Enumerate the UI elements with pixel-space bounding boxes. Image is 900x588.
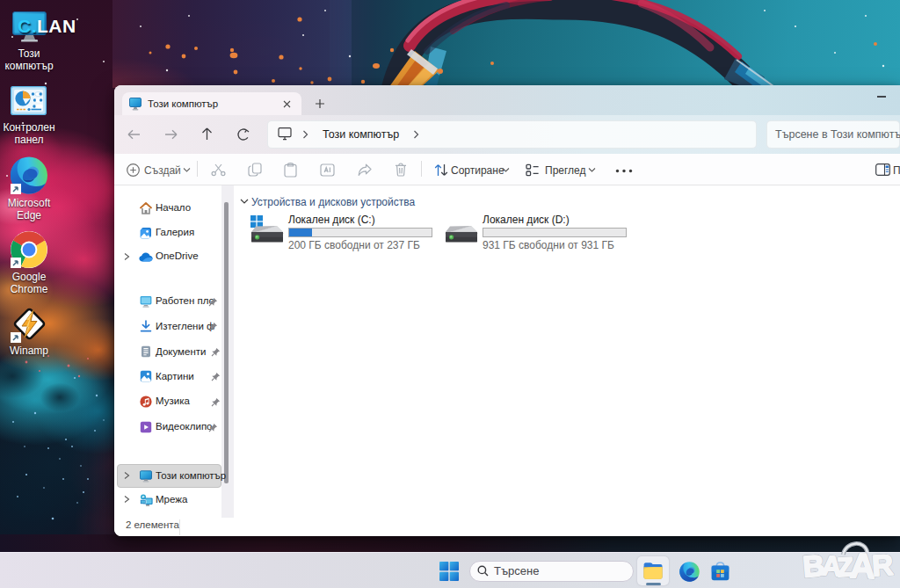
- svg-text:R: R: [871, 548, 895, 583]
